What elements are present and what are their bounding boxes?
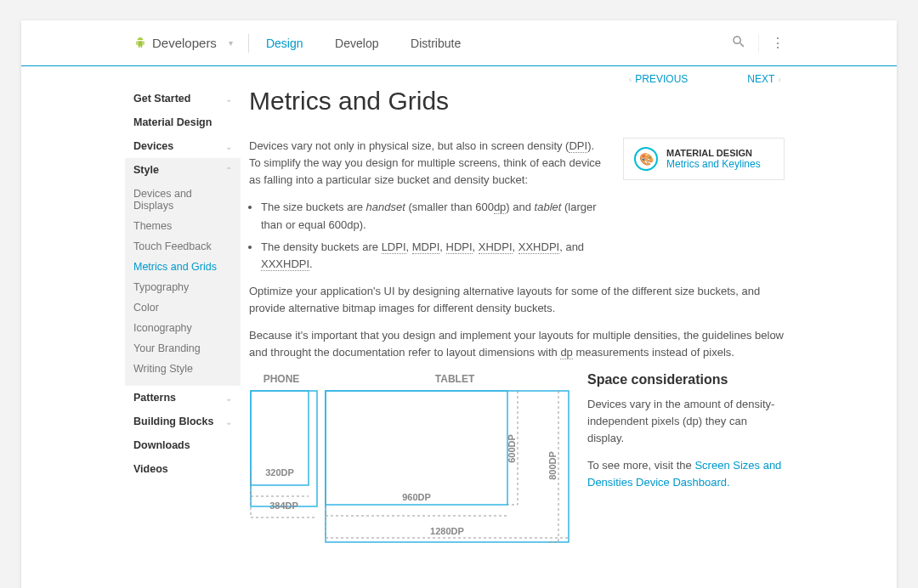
svg-rect-6: [326, 391, 569, 542]
sidebar-material-design[interactable]: Material Design: [133, 110, 232, 134]
svg-text:384DP: 384DP: [269, 500, 298, 511]
sidebar-videos[interactable]: Videos: [133, 457, 232, 481]
sidebar-style[interactable]: Style⌃: [125, 158, 241, 182]
space-heading: Space considerations: [587, 372, 785, 387]
pager: ‹PREVIOUS NEXT›: [249, 73, 785, 85]
sidebar: Get Started⌄ Material Design Devices⌄ St…: [133, 66, 232, 588]
svg-text:800DP: 800DP: [547, 451, 558, 480]
divider: [248, 34, 249, 53]
svg-rect-7: [326, 391, 507, 505]
svg-rect-2: [251, 391, 317, 506]
nav-design[interactable]: Design: [266, 37, 303, 50]
sidebar-typography[interactable]: Typography: [133, 277, 232, 297]
md-card-title: MATERIAL DESIGN: [666, 148, 761, 158]
sidebar-metrics-grids[interactable]: Metrics and Grids: [133, 257, 232, 277]
page-title: Metrics and Grids: [249, 87, 785, 116]
sidebar-your-branding[interactable]: Your Branding: [133, 338, 232, 359]
sidebar-themes[interactable]: Themes: [133, 216, 232, 236]
body-paragraph: Optimize your application's UI by design…: [249, 283, 785, 317]
svg-text:TABLET: TABLET: [435, 373, 475, 385]
more-icon[interactable]: ⋮: [771, 35, 785, 51]
list-item: The density buckets are LDPI, MDPI, HDPI…: [261, 239, 606, 273]
search-icon[interactable]: [731, 34, 746, 53]
sidebar-get-started[interactable]: Get Started⌄: [133, 87, 232, 110]
space-p1: Devices vary in the amount of density-in…: [587, 396, 785, 447]
space-considerations: Space considerations Devices vary in the…: [587, 372, 785, 551]
sidebar-building-blocks[interactable]: Building Blocks⌄: [133, 410, 232, 433]
pager-next[interactable]: NEXT›: [747, 73, 785, 85]
android-icon: [133, 36, 147, 51]
sidebar-color[interactable]: Color: [133, 297, 232, 318]
pager-previous[interactable]: ‹PREVIOUS: [626, 73, 688, 85]
chevron-left-icon: ‹: [629, 74, 632, 84]
brand-label: Developers: [152, 36, 217, 50]
header: Developers ▾ Design Develop Distribute ⋮: [21, 20, 897, 66]
material-design-card[interactable]: 🎨 MATERIAL DESIGN Metrics and Keylines: [623, 138, 785, 180]
material-design-icon: 🎨: [634, 147, 658, 171]
chevron-down-icon: ⌄: [225, 393, 232, 403]
svg-text:1280DP: 1280DP: [430, 526, 464, 536]
svg-text:600DP: 600DP: [507, 434, 517, 463]
sidebar-writing-style[interactable]: Writing Style: [133, 359, 232, 379]
main-content: ‹PREVIOUS NEXT› Metrics and Grids Device…: [232, 66, 785, 588]
svg-text:960DP: 960DP: [402, 492, 431, 502]
brand[interactable]: Developers: [133, 36, 217, 51]
sidebar-iconography[interactable]: Iconography: [133, 318, 232, 338]
sidebar-devices[interactable]: Devices⌄: [133, 134, 232, 158]
list-item: The size buckets are handset (smaller th…: [261, 199, 606, 233]
svg-text:320DP: 320DP: [265, 467, 294, 478]
nav-develop[interactable]: Develop: [335, 37, 378, 50]
intro-paragraph: Devices vary not only in physical size, …: [249, 138, 606, 189]
chevron-down-icon: ⌄: [225, 417, 232, 427]
md-card-link[interactable]: Metrics and Keylines: [666, 158, 761, 170]
svg-text:PHONE: PHONE: [264, 373, 300, 385]
space-p2: To see more, visit the Screen Sizes and …: [587, 457, 785, 491]
size-buckets-figure: PHONE TABLET 320DP 384DP 960DP 600DP: [249, 372, 572, 551]
chevron-down-icon: ⌄: [225, 94, 232, 104]
divider: [758, 34, 759, 53]
nav: Design Develop Distribute: [266, 37, 490, 50]
sidebar-devices-displays[interactable]: Devices and Displays: [133, 184, 232, 216]
body-paragraph: Because it's important that you design a…: [249, 327, 785, 361]
chevron-down-icon: ⌄: [225, 142, 232, 151]
nav-distribute[interactable]: Distribute: [411, 37, 461, 50]
sidebar-patterns[interactable]: Patterns⌄: [133, 386, 232, 410]
sidebar-style-children: Devices and Displays Themes Touch Feedba…: [125, 182, 241, 386]
brand-chevron-icon[interactable]: ▾: [229, 38, 233, 48]
chevron-right-icon: ›: [778, 74, 781, 84]
intro-list: The size buckets are handset (smaller th…: [249, 199, 606, 273]
chevron-up-icon: ⌃: [225, 166, 232, 175]
sidebar-touch-feedback[interactable]: Touch Feedback: [133, 236, 232, 257]
sidebar-downloads[interactable]: Downloads: [133, 433, 232, 457]
